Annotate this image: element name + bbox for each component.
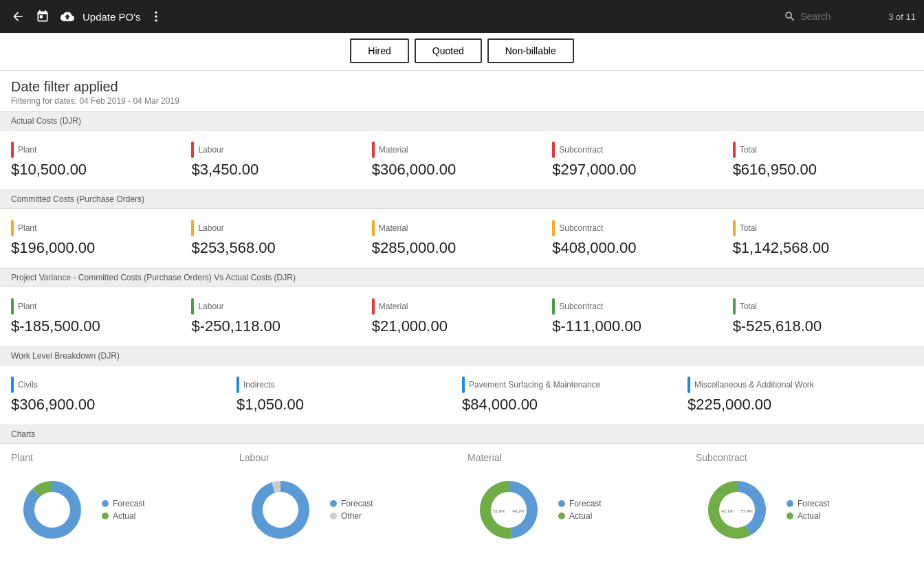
cost-item: Total $1,142,568.00 <box>733 220 913 257</box>
work-item: Miscellaneous & Additional Work $225,000… <box>688 376 913 414</box>
date-filter-title: Date filter applied <box>11 79 913 95</box>
cost-item: Plant $196,000.00 <box>11 220 191 257</box>
project-variance-grid: Plant $-185,500.00 Labour $-250,118.00 M… <box>11 287 913 346</box>
work-bar-indicator <box>11 376 14 393</box>
cost-label-text: Total <box>740 302 757 311</box>
chart-title: Subcontract <box>696 452 747 463</box>
committed-costs-header: Committed Costs (Purchase Orders) <box>0 190 924 209</box>
legend-label: Forecast <box>569 499 602 508</box>
back-button[interactable] <box>8 7 28 26</box>
tab-row: Hired Quoted Non-billable <box>0 33 924 71</box>
cost-value: $3,450.00 <box>191 161 363 179</box>
tab-non-billable[interactable]: Non-billable <box>487 38 574 63</box>
svg-point-1 <box>155 15 157 17</box>
svg-point-2 <box>155 19 157 21</box>
cost-bar-indicator <box>552 142 555 158</box>
work-label: Pavement Surfacing & Maintenance <box>462 376 679 393</box>
legend-dot <box>102 513 109 519</box>
legend-dot <box>786 500 793 507</box>
legend-dot <box>102 500 109 507</box>
committed-costs-grid: Plant $196,000.00 Labour $253,568.00 Mat… <box>11 209 913 268</box>
top-bar: Update PO's 3 of 11 <box>0 0 924 33</box>
chart-item: Subcontract 42.1% 57.9% Forecast Actual <box>696 452 913 551</box>
cost-label: Total <box>733 142 905 158</box>
cost-value: $1,142,568.00 <box>733 239 905 257</box>
donut-chart-svg: 42.1% 57.9% <box>696 469 778 551</box>
donut-segment-forecast <box>737 481 766 535</box>
cost-label-text: Material <box>379 145 408 155</box>
cost-value: $297,000.00 <box>552 161 724 179</box>
work-level-header: Work Level Breakdown (DJR) <box>0 346 924 366</box>
cost-value: $196,000.00 <box>11 239 183 257</box>
legend-dot <box>558 513 565 519</box>
cost-label-text: Material <box>379 223 408 233</box>
cost-item: Total $-525,618.00 <box>733 298 913 335</box>
cost-label: Subcontract <box>552 220 724 236</box>
donut-chart-svg: 51.8% 48.2% <box>468 469 550 551</box>
cost-item: Plant $-185,500.00 <box>11 298 191 335</box>
cost-item: Plant $10,500.00 <box>11 142 191 179</box>
page-indicator: 3 of 11 <box>888 12 916 22</box>
work-label: Miscellaneous & Additional Work <box>688 376 905 393</box>
cost-item: Material $285,000.00 <box>372 220 552 257</box>
tab-hired[interactable]: Hired <box>350 38 408 63</box>
search-input[interactable] <box>800 11 883 22</box>
legend-label: Forecast <box>113 499 145 508</box>
cost-value: $-111,000.00 <box>552 317 724 335</box>
chart-legend: Forecast Other <box>330 499 373 521</box>
work-level-grid: Civils $306,900.00 Indirects $1,050.00 P… <box>11 366 913 425</box>
cost-item: Labour $3,450.00 <box>191 142 371 179</box>
legend-dot <box>558 500 565 507</box>
chart-item: Material 51.8% 48.2% Forecast Actual <box>468 452 685 551</box>
legend-item: Forecast <box>102 499 145 508</box>
svg-point-0 <box>155 12 157 14</box>
work-value: $84,000.00 <box>462 396 679 414</box>
date-filter-section: Date filter applied Filtering for dates:… <box>11 71 913 111</box>
cost-label: Plant <box>11 142 183 158</box>
chart-item: Plant Forecast Actual <box>11 452 228 551</box>
work-item: Civils $306,900.00 <box>11 376 236 414</box>
chart-wrapper: 42.1% 57.9% Forecast Actual <box>696 469 830 551</box>
legend-item: Forecast <box>786 499 830 508</box>
work-value: $225,000.00 <box>688 396 905 414</box>
cost-label: Total <box>733 298 905 315</box>
cost-label-text: Subcontract <box>559 223 603 233</box>
search-icon <box>784 10 796 23</box>
cost-item: Subcontract $-111,000.00 <box>552 298 732 335</box>
donut-chart-svg <box>11 469 94 551</box>
cost-value: $10,500.00 <box>11 161 183 179</box>
work-label: Civils <box>11 376 228 393</box>
cost-label: Labour <box>191 220 363 236</box>
chart-legend: Forecast Actual <box>102 499 145 521</box>
legend-dot <box>786 513 793 519</box>
cost-bar-indicator <box>372 220 375 236</box>
cost-item: Labour $-250,118.00 <box>191 298 371 335</box>
legend-item: Forecast <box>330 499 373 508</box>
calendar-icon[interactable] <box>33 7 52 26</box>
chart-legend: Forecast Actual <box>558 499 602 521</box>
cost-label-text: Labour <box>198 302 223 311</box>
chart-legend: Forecast Actual <box>786 499 830 521</box>
work-label-text: Indirects <box>243 380 274 390</box>
actual-costs-grid: Plant $10,500.00 Labour $3,450.00 Materi… <box>11 131 913 190</box>
chart-item: Labour Forecast Other <box>239 452 456 551</box>
cost-bar-indicator <box>733 142 736 158</box>
cost-item: Material $306,000.00 <box>372 142 552 179</box>
charts-header: Charts <box>0 425 924 444</box>
cost-label: Plant <box>11 298 183 315</box>
cost-value: $285,000.00 <box>372 239 544 257</box>
cost-label: Material <box>372 220 544 236</box>
upload-icon[interactable] <box>58 7 77 26</box>
legend-item: Forecast <box>558 499 602 508</box>
chart-wrapper: 51.8% 48.2% Forecast Actual <box>468 469 602 551</box>
work-label: Indirects <box>236 376 454 393</box>
cost-label: Subcontract <box>552 298 724 315</box>
cost-label-text: Total <box>740 223 757 233</box>
more-options-icon[interactable] <box>146 7 166 26</box>
cost-label: Labour <box>191 142 363 158</box>
cost-label-text: Plant <box>18 223 36 233</box>
cost-value: $-185,500.00 <box>11 317 183 335</box>
work-item: Indirects $1,050.00 <box>236 376 462 414</box>
legend-label: Actual <box>569 511 592 521</box>
tab-quoted[interactable]: Quoted <box>415 38 482 63</box>
